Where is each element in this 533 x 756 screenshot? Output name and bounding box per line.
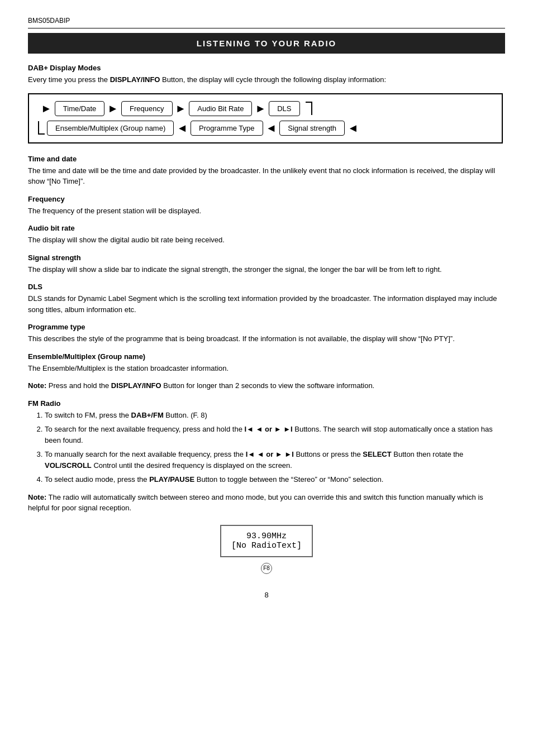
flow-box-signalstrength: Signal strength <box>279 121 345 136</box>
audio-bitrate-section: Audio bit rate The display will show the… <box>28 224 505 246</box>
fm-screen-line1: 93.90MHz <box>231 532 302 541</box>
model-number: BMS05DABIP <box>28 17 70 25</box>
fm-list: To switch to FM, press the DAB+/FM Butto… <box>45 410 505 485</box>
corner-line-right <box>306 102 312 115</box>
signal-strength-heading: Signal strength <box>28 253 505 262</box>
fm-item-3: To manually search for the next availabl… <box>45 449 505 471</box>
fm-screen-wrapper: 93.90MHz [No RadioText] F8 <box>28 520 505 574</box>
flow-box-audiobitrate: Audio Bit Rate <box>189 101 252 116</box>
fm-radio-heading: FM Radio <box>28 399 505 408</box>
programme-type-heading: Programme type <box>28 323 505 331</box>
doc-header: BMS05DABIP <box>28 17 505 28</box>
time-date-heading: Time and date <box>28 155 505 163</box>
note1-label: Note: <box>28 381 46 390</box>
ensemble-body: The Ensemble/Multiplex is the station br… <box>28 363 505 374</box>
corner-line-left <box>38 121 45 135</box>
arrow2: ► <box>175 103 187 114</box>
flow-box-programmetype: Programme Type <box>191 121 263 136</box>
flow-diagram: ► Time/Date ► Frequency ► Audio Bit Rate… <box>28 93 503 143</box>
arrow3: ► <box>255 103 266 114</box>
fm-screen: 93.90MHz [No RadioText] <box>220 525 313 557</box>
frequency-section: Frequency The frequency of the present s… <box>28 195 505 217</box>
ensemble-heading: Ensemble/Multiplex (Group name) <box>28 352 505 361</box>
fm-item-2: To search for the next available frequen… <box>45 424 505 446</box>
fm4-bold: PLAY/PAUSE <box>149 475 194 484</box>
fm3-bold3: VOL/SCROLL <box>45 461 92 470</box>
dls-section: DLS DLS stands for Dynamic Label Segment… <box>28 283 505 315</box>
flow-box-frequency: Frequency <box>121 101 172 116</box>
fm-screen-line2: [No RadioText] <box>231 541 302 551</box>
audio-bitrate-heading: Audio bit rate <box>28 224 505 232</box>
fm1-bold: DAB+/FM <box>131 411 164 419</box>
fm-radio-section: FM Radio To switch to FM, press the DAB+… <box>28 399 505 485</box>
entry-arrow: ► <box>41 103 52 114</box>
fm3-bold1: I◄ ◄ or ► ►I <box>246 450 294 458</box>
dls-heading: DLS <box>28 283 505 291</box>
frequency-body: The frequency of the present station wil… <box>28 205 505 217</box>
dls-body: DLS stands for Dynamic Label Segment whi… <box>28 293 505 315</box>
ensemble-section: Ensemble/Multiplex (Group name) The Ense… <box>28 352 505 374</box>
dab-display-heading: DAB+ Display Modes <box>28 64 505 72</box>
audio-bitrate-body: The display will show the digital audio … <box>28 235 505 246</box>
note2-label: Note: <box>28 493 46 501</box>
flow-box-ensemble: Ensemble/Multiplex (Group name) <box>47 121 174 136</box>
time-date-section: Time and date The time and date will be … <box>28 155 505 187</box>
programme-type-section: Programme type This describes the style … <box>28 323 505 344</box>
flow-box-dls: DLS <box>269 101 299 116</box>
page-number: 8 <box>28 591 505 599</box>
dab-display-section: DAB+ Display Modes Every time you press … <box>28 64 505 143</box>
flow-box-timedate: Time/Date <box>55 101 104 116</box>
fm-item-4: To select audio mode, press the PLAY/PAU… <box>45 474 505 485</box>
signal-strength-section: Signal strength The display will show a … <box>28 253 505 275</box>
f8-label: F8 <box>261 563 272 574</box>
note2: Note: The radio will automatically switc… <box>28 492 505 514</box>
arrow1: ► <box>107 103 118 114</box>
dab-display-intro: Every time you press the DISPLAY/INFO Bu… <box>28 74 505 85</box>
fm3-bold2: SELECT <box>363 450 391 458</box>
frequency-heading: Frequency <box>28 195 505 203</box>
note1: Note: Press and hold the DISPLAY/INFO Bu… <box>28 380 505 391</box>
signal-strength-body: The display will show a slide bar to ind… <box>28 264 505 275</box>
arrow5: ◄ <box>266 122 277 133</box>
fm-item-1: To switch to FM, press the DAB+/FM Butto… <box>45 410 505 421</box>
fm2-bold: I◄ ◄ or ► ►I <box>244 425 292 433</box>
time-date-body: The time and date will be the time and d… <box>28 165 505 187</box>
arrow4: ◄ <box>177 122 188 133</box>
section-header: LISTENING TO YOUR RADIO <box>28 33 505 54</box>
arrow6: ◄ <box>348 122 359 133</box>
programme-type-body: This describes the style of the programm… <box>28 333 505 344</box>
